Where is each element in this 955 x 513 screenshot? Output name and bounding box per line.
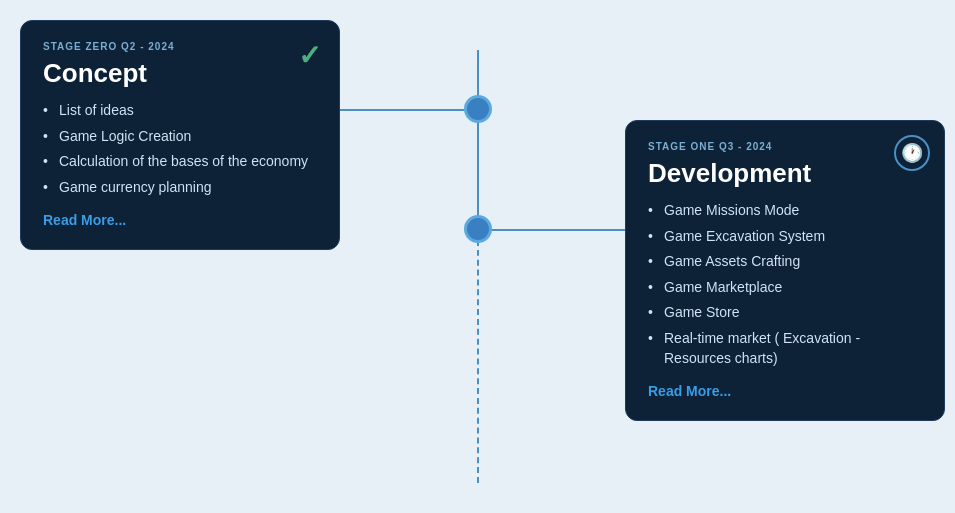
concept-list: List of ideas Game Logic Creation Calcul… [43,101,317,197]
list-item: Calculation of the bases of the economy [43,152,317,172]
list-item: Game Missions Mode [648,201,922,221]
h-connector-left [340,109,478,111]
list-item: List of ideas [43,101,317,121]
concept-title: Concept [43,58,317,89]
vertical-line-bottom [477,240,479,483]
list-item: Game Excavation System [648,227,922,247]
list-item: Game Store [648,303,922,323]
checkmark-icon: ✓ [298,39,321,72]
list-item: Game Logic Creation [43,127,317,147]
concept-card: ✓ STAGE ZERO Q2 - 2024 Concept List of i… [20,20,340,250]
list-item: Game Marketplace [648,278,922,298]
list-item: Game Assets Crafting [648,252,922,272]
development-card: 🕐 STAGE ONE Q3 - 2024 Development Game M… [625,120,945,421]
concept-read-more[interactable]: Read More... [43,212,126,228]
development-title: Development [648,158,922,189]
stage-label-left: STAGE ZERO Q2 - 2024 [43,41,317,52]
circle-bottom [464,215,492,243]
circle-top [464,95,492,123]
clock-icon: 🕐 [894,135,930,171]
development-list: Game Missions Mode Game Excavation Syste… [648,201,922,368]
vertical-line-top [477,50,479,240]
development-read-more[interactable]: Read More... [648,383,731,399]
list-item: Real-time market ( Excavation - Resource… [648,329,922,368]
h-connector-right [477,229,625,231]
stage-label-right: STAGE ONE Q3 - 2024 [648,141,922,152]
list-item: Game currency planning [43,178,317,198]
timeline-container: ✓ STAGE ZERO Q2 - 2024 Concept List of i… [0,0,955,513]
